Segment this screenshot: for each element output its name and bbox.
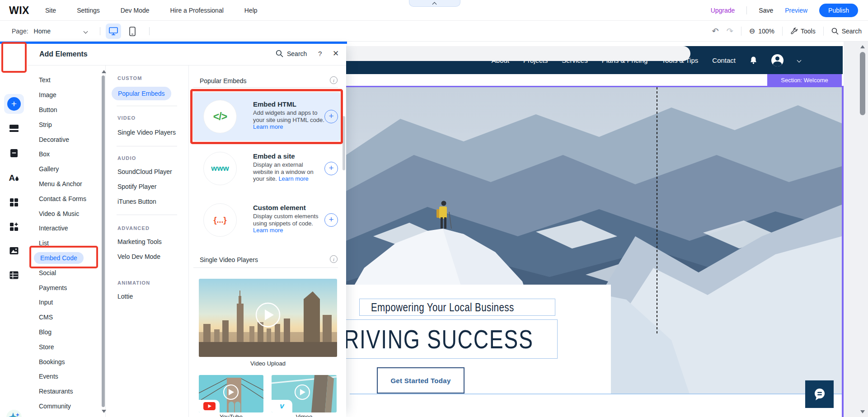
bell-icon[interactable] [750, 56, 757, 64]
chevron-down-icon[interactable] [797, 58, 802, 62]
app-market-button[interactable] [9, 198, 19, 207]
category-item[interactable]: Community [28, 399, 100, 414]
cms-button[interactable] [9, 271, 19, 280]
learn-more-link[interactable]: Learn more [253, 227, 283, 234]
category-item[interactable]: Decorative [28, 132, 100, 147]
scrollbar-down-arrow[interactable] [102, 410, 106, 413]
category-item[interactable]: Blog [28, 325, 100, 340]
preview-button[interactable]: Preview [785, 7, 807, 14]
video-upload-thumbnail[interactable] [199, 279, 337, 357]
panel-close-button[interactable]: ✕ [333, 49, 339, 58]
subnav-item-marketing-tools[interactable]: Marketing Tools [117, 238, 162, 245]
category-item-embed-code[interactable]: Embed Code [28, 251, 100, 266]
menu-item-site[interactable]: Site [45, 7, 56, 14]
mobile-view-button[interactable] [125, 23, 140, 39]
category-item[interactable]: CMS [28, 310, 100, 325]
divider [746, 6, 747, 14]
youtube-thumbnail[interactable] [199, 375, 263, 412]
collapse-topbar-button[interactable] [409, 0, 460, 7]
subnav-item-lottie[interactable]: Lottie [117, 293, 133, 300]
section-badge[interactable]: Section: Welcome [767, 74, 842, 86]
site-nav-contact[interactable]: Contact [712, 56, 736, 64]
scrollbar-up-arrow[interactable] [860, 45, 865, 48]
subnav-item-spotify-player[interactable]: Spotify Player [117, 183, 156, 190]
embeds-scrollbar[interactable] [343, 116, 345, 170]
get-started-button[interactable]: Get Started Today [377, 367, 464, 394]
category-item[interactable]: Payments [28, 280, 100, 295]
subnav-item-popular-embeds[interactable]: Popular Embeds [112, 87, 171, 100]
menu-item-settings[interactable]: Settings [77, 7, 100, 14]
redo-button[interactable]: ↷ [727, 27, 733, 35]
add-embed-html-button[interactable]: + [324, 110, 338, 123]
embed-card-custom-element[interactable]: {...} Custom element Display custom elem… [193, 196, 340, 244]
subnav-item-itunes-button[interactable]: iTunes Button [117, 198, 156, 205]
avatar[interactable] [771, 54, 784, 66]
subnav-item-soundcloud-player[interactable]: SoundCloud Player [117, 168, 172, 175]
scrollbar-down-arrow[interactable] [860, 410, 865, 413]
tools-button[interactable]: Tools [790, 28, 816, 35]
category-item[interactable]: Video & Music [28, 206, 100, 221]
category-item[interactable]: List [28, 236, 100, 251]
add-elements-button[interactable]: + [4, 94, 24, 114]
chevron-down-icon[interactable] [84, 29, 88, 33]
category-item[interactable]: Strip [28, 117, 100, 132]
category-item[interactable]: Input [28, 295, 100, 310]
category-item[interactable]: Text [28, 73, 100, 88]
category-item[interactable]: Store [28, 339, 100, 354]
embed-card-title: Custom element [253, 204, 306, 211]
chat-widget-button[interactable] [805, 380, 834, 408]
ai-assistant-button[interactable] [5, 409, 23, 417]
category-item[interactable]: Social [28, 265, 100, 280]
panel-help-button[interactable]: ? [318, 50, 322, 57]
zoom-out-icon[interactable]: ⊖ [749, 28, 755, 35]
site-canvas[interactable]: About Projects Services Plans & Pricing … [346, 42, 843, 417]
save-button[interactable]: Save [759, 7, 773, 14]
scrollbar-up-arrow[interactable] [102, 70, 106, 73]
add-section-button[interactable] [9, 124, 19, 132]
search-label: Search [842, 28, 862, 35]
page-scrollbar[interactable] [860, 52, 865, 115]
category-item[interactable]: Box [28, 147, 100, 162]
editor-search-button[interactable]: Search [831, 28, 862, 35]
panel-search-button[interactable]: Search [276, 50, 307, 57]
page-dropdown[interactable]: Home [34, 28, 51, 35]
category-item[interactable]: Menu & Anchor [28, 177, 100, 192]
divider [741, 27, 741, 36]
category-item[interactable]: Events [28, 369, 100, 384]
subnav-item-single-video-players[interactable]: Single Video Players [117, 129, 176, 136]
add-embed-site-button[interactable]: + [324, 162, 338, 175]
category-item[interactable]: Button [28, 103, 100, 117]
site-design-button[interactable]: A [9, 173, 19, 182]
embed-card-embed-html[interactable]: </> Embed HTML Add widgets and apps to y… [193, 92, 340, 141]
subnav-item-velo-dev-mode[interactable]: Velo Dev Mode [117, 253, 160, 260]
menu-item-help[interactable]: Help [244, 7, 258, 14]
info-icon[interactable]: i [330, 76, 338, 84]
category-item[interactable]: Image [28, 88, 100, 103]
grid-guide-line [657, 87, 657, 334]
category-item[interactable]: Interactive [28, 221, 100, 236]
learn-more-link[interactable]: Learn more [253, 123, 283, 130]
upgrade-button[interactable]: Upgrade [711, 7, 735, 14]
category-scrollbar[interactable] [102, 75, 105, 407]
category-item[interactable]: Bookings [28, 354, 100, 369]
hero-tagline-textbox[interactable]: Empowering Your Local Business [359, 299, 555, 316]
zoom-control[interactable]: ⊖ 100% [749, 28, 774, 35]
installed-apps-button[interactable] [9, 222, 19, 231]
menu-item-hire-a-professional[interactable]: Hire a Professional [170, 7, 224, 14]
vimeo-thumbnail[interactable]: v [272, 375, 337, 412]
hero-headline-textbox[interactable]: RIVING SUCCESS [346, 319, 558, 359]
desktop-view-button[interactable] [106, 23, 121, 39]
learn-more-link[interactable]: Learn more [278, 175, 308, 182]
embed-card-embed-a-site[interactable]: www Embed a site Display an external web… [193, 144, 340, 193]
menu-item-dev-mode[interactable]: Dev Mode [121, 7, 150, 14]
apps-puzzle-icon [9, 222, 19, 231]
publish-button[interactable]: Publish [819, 4, 858, 17]
undo-button[interactable]: ↶ [712, 27, 719, 35]
info-icon[interactable]: i [330, 255, 338, 263]
category-item[interactable]: Gallery [28, 162, 100, 177]
category-item[interactable]: Contact & Forms [28, 191, 100, 206]
add-custom-element-button[interactable]: + [324, 213, 338, 227]
category-item[interactable]: Restaurants [28, 384, 100, 399]
pages-button[interactable] [10, 149, 19, 158]
media-button[interactable] [9, 247, 19, 255]
